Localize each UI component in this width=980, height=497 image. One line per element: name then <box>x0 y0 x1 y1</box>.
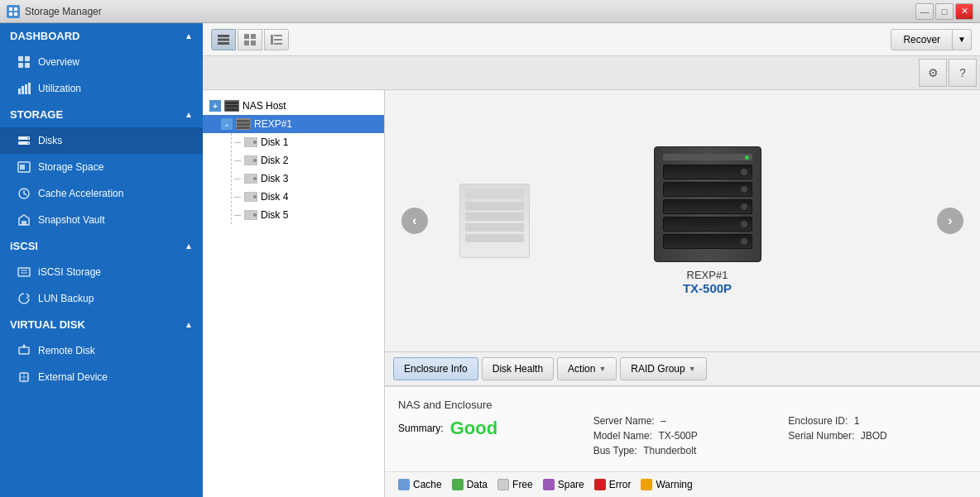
action-button[interactable]: Action ▼ <box>557 357 617 380</box>
legend-cache-dot <box>398 479 410 490</box>
nas-enclosure-title: NAS and Enclosure <box>398 399 577 411</box>
enclosure-id-row: Enclosure ID: 1 <box>788 415 967 427</box>
tree-item-disk2[interactable]: Disk 2 <box>203 151 384 170</box>
nav-next-button[interactable]: › <box>937 208 963 234</box>
list-view-button[interactable] <box>211 29 236 50</box>
tree-item-disk4[interactable]: Disk 4 <box>203 188 384 206</box>
server-name-label: Server Name: <box>593 415 655 427</box>
disk-items-container: Disk 1 Disk 2 Disk 3 <box>203 133 384 224</box>
legend-error: Error <box>594 479 632 490</box>
svg-rect-45 <box>237 120 250 122</box>
sidebar-item-external-device[interactable]: External Device <box>0 364 203 390</box>
nas-drive-slot-4 <box>663 217 752 232</box>
svg-rect-4 <box>18 56 23 61</box>
svg-rect-43 <box>225 108 238 111</box>
info-panel: NAS and Enclosure Summary: Good Server N… <box>385 386 980 471</box>
raid-group-button[interactable]: RAID Group ▼ <box>620 357 706 380</box>
maximize-button[interactable]: □ <box>935 3 954 20</box>
external-device-icon <box>17 370 31 385</box>
main-toolbar: Recover ▼ <box>203 23 980 56</box>
svg-point-15 <box>27 142 29 144</box>
tree-connector-disk2 <box>234 160 241 161</box>
svg-rect-37 <box>274 35 282 36</box>
detail-view-button[interactable] <box>264 29 289 50</box>
iscsi-section-label: iSCSI <box>10 240 38 252</box>
legend: Cache Data Free Spare <box>385 471 980 497</box>
svg-rect-32 <box>244 34 249 39</box>
svg-rect-42 <box>225 105 238 108</box>
model-name-label: Model Name: <box>593 430 652 442</box>
svg-rect-35 <box>251 41 256 45</box>
sidebar-section-virtual-disk[interactable]: VIRTUAL DISK ▲ <box>0 312 203 337</box>
svg-rect-10 <box>25 84 27 94</box>
sidebar-section-storage[interactable]: STORAGE ▲ <box>0 102 203 127</box>
disk1-label: Disk 1 <box>261 136 288 148</box>
svg-rect-19 <box>22 221 26 225</box>
main-window: DASHBOARD ▲ Overview Utilization STORAGE… <box>0 23 980 497</box>
sidebar-item-cache-acceleration[interactable]: Cache Acceleration <box>0 180 203 207</box>
sidebar-item-overview[interactable]: Overview <box>0 49 203 75</box>
svg-rect-31 <box>218 42 229 45</box>
svg-point-57 <box>253 213 257 217</box>
svg-rect-7 <box>25 63 30 68</box>
legend-data-label: Data <box>467 479 488 490</box>
summary-row: Summary: Good <box>398 418 577 439</box>
sidebar-item-disks[interactable]: Disks <box>0 127 203 154</box>
tree-item-disk1[interactable]: Disk 1 <box>203 133 384 151</box>
recover-button[interactable]: Recover <box>891 29 953 50</box>
svg-rect-2 <box>9 12 12 16</box>
help-button[interactable]: ? <box>949 59 977 87</box>
rexp1-expand-icon: - <box>221 118 233 130</box>
enclosure-id-value: 1 <box>854 415 860 427</box>
sidebar-item-remote-disk[interactable]: Remote Disk <box>0 337 203 364</box>
status-led <box>745 155 749 160</box>
content-area: Recover ▼ ⚙ ? + NAS Host <box>203 23 980 497</box>
sidebar-item-snapshot-vault[interactable]: Snapshot Vault <box>0 207 203 233</box>
disk3-label: Disk 3 <box>261 173 288 184</box>
sidebar-item-lun-backup[interactable]: LUN Backup <box>0 285 203 312</box>
titlebar-controls: — □ ✕ <box>915 3 973 20</box>
legend-data: Data <box>452 479 488 490</box>
device-panel: ‹ <box>385 90 980 497</box>
recover-dropdown-button[interactable]: ▼ <box>953 29 972 50</box>
raid-group-dropdown-arrow-icon: ▼ <box>689 365 696 373</box>
tree-item-rexp1[interactable]: - REXP#1 <box>203 115 384 133</box>
legend-data-dot <box>452 479 464 490</box>
nas-drive-slot-1 <box>663 165 752 179</box>
tree-connector-disk5 <box>234 215 241 216</box>
settings-button[interactable]: ⚙ <box>919 59 947 87</box>
iscsi-chevron-icon: ▲ <box>185 241 193 251</box>
disk-health-button[interactable]: Disk Health <box>482 357 554 380</box>
storage-space-icon <box>17 160 31 174</box>
virtual-disk-chevron-icon: ▲ <box>185 320 193 329</box>
close-button[interactable]: ✕ <box>955 3 973 20</box>
sidebar-section-iscsi[interactable]: iSCSI ▲ <box>0 233 203 259</box>
minimize-button[interactable]: — <box>915 3 934 20</box>
legend-free-label: Free <box>512 479 533 490</box>
serial-number-label: Serial Number: <box>788 430 854 442</box>
main-device: REXP#1 TX-500P <box>654 146 761 295</box>
nas-drive-slot-2 <box>663 182 752 197</box>
tree-item-disk3[interactable]: Disk 3 <box>203 170 384 188</box>
tree-item-disk5[interactable]: Disk 5 <box>203 206 384 224</box>
nav-prev-button[interactable]: ‹ <box>401 208 428 234</box>
legend-spare-dot <box>543 479 555 490</box>
legend-cache: Cache <box>398 479 442 490</box>
view-toggle-group <box>211 29 289 50</box>
disk5-label: Disk 5 <box>261 209 288 221</box>
external-device-label: External Device <box>38 371 108 383</box>
raid-group-button-label: RAID Group <box>631 363 685 375</box>
disk2-label: Disk 2 <box>261 155 288 166</box>
sidebar-item-storage-space[interactable]: Storage Space <box>0 154 203 180</box>
tree-item-nas-host[interactable]: + NAS Host <box>203 97 384 115</box>
svg-rect-34 <box>244 41 249 45</box>
dashboard-chevron-icon: ▲ <box>185 31 193 41</box>
enclosure-info-button[interactable]: Enclosure Info <box>393 357 478 380</box>
svg-point-51 <box>253 159 257 162</box>
sidebar-section-dashboard[interactable]: DASHBOARD ▲ <box>0 23 203 49</box>
grid-view-button[interactable] <box>238 29 262 50</box>
sidebar-item-iscsi-storage[interactable]: iSCSI Storage <box>0 259 203 285</box>
sidebar-item-utilization[interactable]: Utilization <box>0 75 203 102</box>
overview-label: Overview <box>38 56 79 68</box>
disk4-icon <box>244 192 257 202</box>
